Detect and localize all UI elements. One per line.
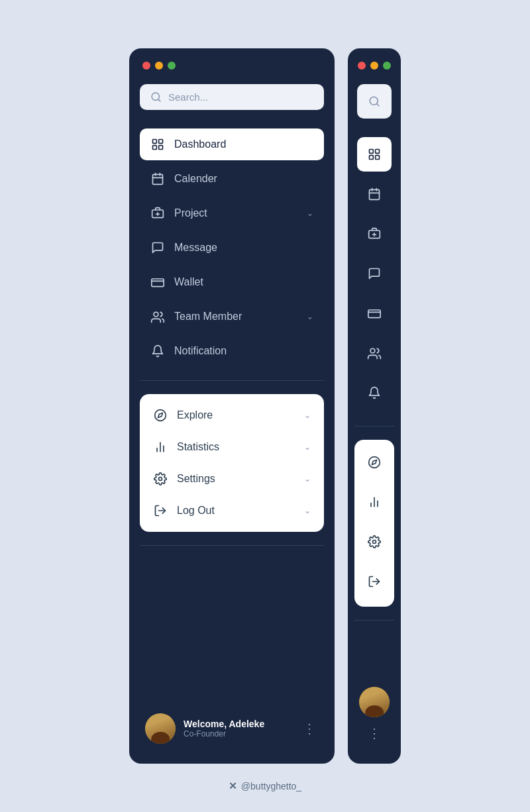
chevron-settings: ⌄ [304,474,311,483]
attribution-handle: @buttyghetto_ [241,781,301,791]
nav-label-explore: Explore [177,409,295,421]
svg-marker-17 [158,413,162,417]
nav-item-logout-c[interactable] [357,564,392,599]
nav-item-calendar-c[interactable] [357,177,392,211]
nav-item-message[interactable]: Message [140,232,324,264]
dot-red-c[interactable] [358,62,366,70]
more-options-button[interactable]: ⋮ [300,718,319,739]
chevron-explore: ⌄ [304,411,311,420]
svg-point-44 [373,540,376,544]
message-icon [150,240,165,255]
nav-item-team-member[interactable]: Team Member ⌄ [140,301,324,332]
nav-label-settings: Settings [177,473,295,485]
chevron-statistics: ⌄ [304,442,311,452]
divider-main-c [354,426,394,427]
svg-line-24 [376,103,378,105]
user-name: Welcome, Adeleke [184,719,292,729]
nav-label-calendar: Calender [174,173,313,185]
svg-rect-13 [152,279,164,287]
svg-rect-26 [376,150,380,154]
dot-yellow-c[interactable] [370,62,378,70]
nav-item-notification[interactable]: Notification [140,335,324,367]
svg-point-15 [154,312,158,317]
divider-main [140,380,324,381]
svg-marker-40 [372,460,376,464]
svg-rect-25 [370,150,374,154]
search-icon-button[interactable] [357,84,392,119]
nav-label-logout: Log Out [177,505,295,517]
svg-rect-36 [368,310,380,318]
nav-label-dashboard: Dashboard [174,138,313,150]
nav-item-project[interactable]: Project ⌄ [140,197,324,229]
chevron-project: ⌄ [307,209,313,218]
nav-item-team-c[interactable] [357,336,392,370]
nav-label-project: Project [174,207,297,219]
search-icon [150,91,162,103]
settings-icon [153,472,168,486]
divider-secondary [140,545,324,546]
svg-point-16 [155,410,166,421]
search-placeholder: Search... [168,91,208,103]
svg-rect-2 [153,140,157,144]
svg-rect-4 [153,146,157,150]
nav-item-statistics-c[interactable] [357,485,392,519]
explore-icon [153,408,168,423]
svg-line-1 [158,99,160,101]
project-icon [150,206,165,221]
logout-icon [153,503,168,518]
nav-item-message-c[interactable] [357,256,392,291]
chevron-logout: ⌄ [304,506,311,515]
team-member-icon [150,309,165,324]
statistics-icon [153,440,168,454]
nav-label-statistics: Statistics [177,441,295,453]
avatar-collapsed [359,687,390,717]
dot-yellow[interactable] [155,62,163,70]
nav-item-dashboard[interactable]: Dashboard [140,128,324,160]
traffic-lights-collapsed [358,62,391,70]
user-info: Welcome, Adeleke Co-Founder [184,719,292,738]
nav-item-logout[interactable]: Log Out ⌄ [142,495,321,527]
secondary-nav: Explore ⌄ Statistics ⌄ [140,394,324,532]
x-icon: ✕ [229,780,237,792]
nav-item-wallet[interactable]: Wallet [140,266,324,298]
sidebar-expanded: Search... Dashboard Calen [129,48,335,764]
wallet-icon [150,275,165,289]
calendar-icon [150,172,165,186]
nav-item-project-c[interactable] [357,217,392,251]
user-profile-collapsed: ⋮ [359,680,390,750]
nav-item-explore[interactable]: Explore ⌄ [142,399,321,431]
nav-item-explore-c[interactable] [357,445,392,480]
search-bar[interactable]: Search... [140,84,324,110]
user-profile: Welcome, Adeleke Co-Founder ⋮ [140,707,324,750]
main-nav-collapsed [354,137,394,413]
svg-rect-27 [370,156,374,160]
svg-rect-29 [370,189,380,199]
nav-label-wallet: Wallet [174,276,313,288]
secondary-nav-collapsed [354,440,394,607]
nav-item-calendar[interactable]: Calender [140,163,324,195]
attribution: ✕ @buttyghetto_ [229,780,301,792]
nav-item-dashboard-c[interactable] [357,137,392,172]
more-options-button-c[interactable]: ⋮ [365,723,384,744]
nav-item-settings[interactable]: Settings ⌄ [142,463,321,495]
user-role: Co-Founder [184,729,292,738]
nav-item-notification-c[interactable] [357,376,392,410]
dot-green-c[interactable] [383,62,391,70]
nav-item-statistics[interactable]: Statistics ⌄ [142,431,321,463]
nav-item-settings-c[interactable] [357,525,392,559]
svg-point-21 [159,478,162,481]
nav-label-team-member: Team Member [174,311,297,323]
notification-icon [150,344,165,358]
dot-green[interactable] [168,62,176,70]
dot-red[interactable] [142,62,150,70]
sidebar-collapsed: ⋮ [348,48,401,764]
nav-label-notification: Notification [174,345,313,357]
dashboard-icon [150,137,165,152]
main-nav: Dashboard Calender Project [140,128,324,367]
divider-secondary-c [354,620,394,621]
avatar [145,713,176,744]
nav-item-wallet-c[interactable] [357,296,392,330]
svg-point-38 [370,348,375,353]
nav-label-message: Message [174,242,313,254]
svg-rect-28 [376,156,380,160]
